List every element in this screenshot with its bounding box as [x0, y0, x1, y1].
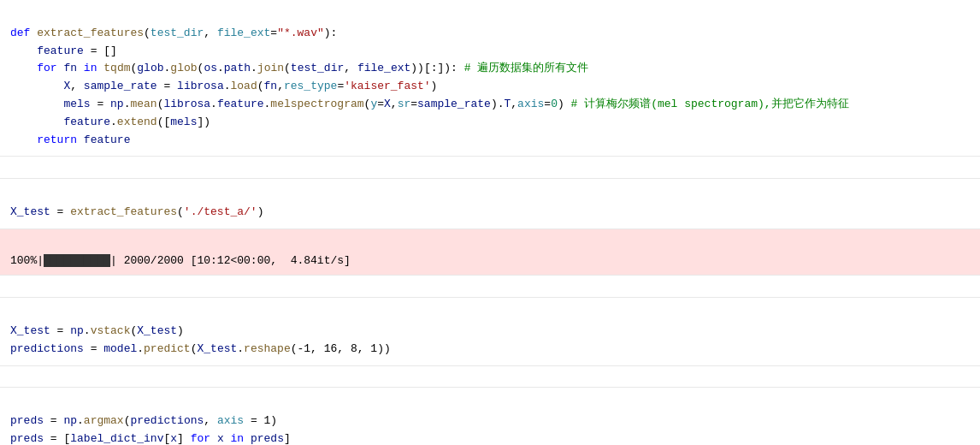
param-file-ext: file_ext [217, 27, 270, 39]
string-wav: "*.wav" [277, 27, 324, 39]
blank-line-1 [0, 157, 980, 179]
function-name: extract_features [37, 27, 144, 39]
blank-line-3 [0, 366, 980, 389]
comment-traverse: # 遍历数据集的所有文件 [464, 62, 589, 74]
code-function-def: def extract_features(test_dir, file_ext=… [0, 0, 980, 157]
keyword-return: return [37, 134, 77, 146]
keyword-def: def [10, 27, 30, 39]
progress-bar-block: 100%|██████████| 2000/2000 [10:12<00:00,… [0, 229, 980, 276]
var-feature: feature [37, 44, 84, 57]
code-xtest-assign: X_test = extract_features('./test_a/') [0, 179, 980, 229]
param-test-dir: test_dir [151, 27, 204, 39]
code-vstack-predict: X_test = np.vstack(X_test) predictions =… [0, 298, 980, 365]
code-preds: preds = np.argmax(predictions, axis = 1)… [0, 388, 980, 445]
blank-line-2 [0, 276, 980, 298]
keyword-for: for [37, 62, 56, 74]
